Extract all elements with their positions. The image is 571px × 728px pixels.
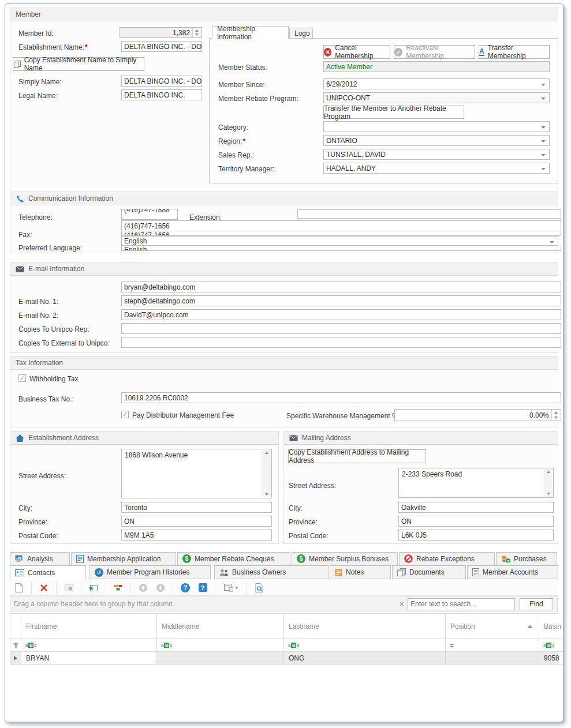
open-detached-button[interactable]	[87, 581, 100, 594]
mail-street-textarea[interactable]: 2-233 Speers Road	[398, 468, 554, 498]
tab-membership-application[interactable]: Membership Application	[71, 552, 176, 565]
dollar-icon: $	[297, 554, 305, 563]
grid-toolbar: ? ?	[10, 580, 558, 596]
preferred-language-editor-overlay[interactable]: English	[121, 236, 558, 246]
extension-field[interactable]	[297, 209, 561, 219]
fax-editor-overlay[interactable]: (416)747-1656	[121, 220, 561, 231]
est-city-field[interactable]: Toronto	[121, 502, 272, 513]
mailing-address-header: Mailing Address	[284, 431, 558, 445]
tab-business-owners[interactable]: Business Owners	[214, 565, 329, 579]
fax-field[interactable]: (416)747-1656	[121, 231, 561, 236]
grid-data-row[interactable]: BRYAN ONG 9058	[10, 652, 558, 665]
copies-unipco-rep-field[interactable]	[121, 323, 561, 334]
filter-cell-firstname[interactable]: aBc	[21, 639, 157, 652]
withholding-tax-checkbox[interactable]: ✓	[18, 374, 26, 382]
tab-contacts[interactable]: Contacts	[10, 565, 86, 580]
save-layout-dropdown-arrow[interactable]	[235, 587, 238, 589]
telephone-field[interactable]: (416)747-1888	[121, 209, 178, 220]
mail-city-field[interactable]: Oakville	[398, 502, 554, 513]
tab-member-accounts[interactable]: Member Accounts	[467, 565, 558, 579]
abc-filter-icon[interactable]: aBc	[288, 643, 299, 648]
warehouse-pct-spinner[interactable]	[551, 410, 560, 420]
group-by-panel[interactable]: Drag a column header here to group by th…	[10, 596, 558, 611]
filter-cell-lastname[interactable]: aBc	[284, 639, 446, 652]
est-street-textarea[interactable]: 1868 Wilson Avenue	[121, 449, 272, 498]
equals-filter-icon[interactable]: =	[450, 641, 454, 650]
business-tax-field[interactable]: 10619 2206 RC0002	[121, 392, 561, 403]
member-rebate-program-dropdown[interactable]: UNIPCO-ONT	[323, 92, 550, 103]
copies-external-field[interactable]	[121, 337, 561, 348]
copy-address-button[interactable]: Copy Establishment Address to Mailing Ad…	[288, 449, 426, 463]
preferred-language-field[interactable]: English	[121, 246, 561, 251]
cancel-membership-button[interactable]: ✕ Cancel Membership	[323, 45, 390, 59]
email-0-field[interactable]: bryan@deltabingo.com	[121, 282, 561, 292]
tab-purchases[interactable]: $ Purchases	[496, 552, 557, 565]
tab-rebate-exceptions[interactable]: Rebate Exceptions	[399, 552, 495, 565]
territory-manager-dropdown[interactable]: HADALL, ANDY	[323, 163, 550, 174]
layout-tiles-button[interactable]	[111, 581, 125, 594]
filter-cell-middlename[interactable]: aBc	[157, 639, 284, 652]
column-header-middlename[interactable]: Middlename	[157, 614, 284, 639]
reactivate-membership-button[interactable]: ✓ Reactivate Membership	[394, 45, 475, 59]
email-2-field[interactable]: DavidT@unipco.com	[121, 309, 561, 320]
delete-record-button[interactable]	[37, 581, 51, 594]
column-header-firstname[interactable]: Firstname	[21, 614, 157, 639]
column-header-business[interactable]: Busin	[539, 614, 563, 639]
establishment-name-field[interactable]: DELTA BINGO INC. - DOWNS	[121, 41, 202, 52]
transfer-membership-button[interactable]: A Transfer Membership	[479, 45, 550, 59]
tab-member-program-histories[interactable]: ↺ Member Program Histories	[89, 565, 211, 579]
cell-position[interactable]	[446, 652, 539, 665]
grid-filter-row[interactable]: aBc aBc aBc = aBc	[10, 639, 558, 652]
help-context-button[interactable]: ?	[196, 581, 210, 594]
est-postal-field[interactable]: M9M 1A5	[121, 530, 272, 541]
filter-cell-business[interactable]: aBc	[539, 639, 563, 652]
clear-search-icon[interactable]: ×	[396, 599, 408, 609]
tab-membership-information[interactable]: Membership Information	[212, 26, 289, 39]
tab-notes[interactable]: Notes	[330, 565, 391, 579]
mail-province-field[interactable]: ON	[398, 516, 554, 527]
help-button[interactable]: ?	[178, 581, 192, 594]
region-dropdown[interactable]: ONTARIO	[323, 135, 550, 146]
est-province-field[interactable]: ON	[121, 516, 272, 527]
simply-name-field[interactable]: DELTA BINGO INC. - DOWNS	[121, 76, 202, 87]
mail-postal-field[interactable]: L6K 0J5	[398, 530, 554, 541]
est-street-scrollbar[interactable]	[262, 450, 271, 497]
save-layout-button[interactable]	[221, 581, 241, 594]
email-1-field[interactable]: steph@deltabingo.com	[121, 295, 561, 306]
tab-analysis[interactable]: Analysis	[10, 552, 70, 565]
preview-button[interactable]	[252, 581, 266, 594]
cell-firstname[interactable]: BRYAN	[21, 652, 157, 665]
legal-name-field[interactable]: DELTA BINGO INC.	[121, 89, 202, 100]
abc-filter-icon[interactable]: aBc	[25, 643, 36, 648]
move-up-button[interactable]	[136, 581, 150, 594]
search-input[interactable]	[408, 598, 515, 610]
category-dropdown[interactable]	[323, 121, 550, 132]
member-id-field[interactable]: 1,382	[120, 27, 202, 38]
edit-window-button[interactable]	[62, 581, 76, 594]
new-record-button[interactable]	[12, 581, 26, 594]
transfer-rebate-program-button[interactable]: Transfer the Member to Another Rebate Pr…	[323, 106, 464, 119]
cell-business[interactable]: 9058	[539, 652, 563, 665]
column-header-lastname[interactable]: Lastname	[284, 614, 446, 639]
member-id-spinner[interactable]	[192, 28, 201, 37]
toolbar-separator	[130, 582, 131, 594]
member-since-dropdown[interactable]: 6/29/2012	[323, 78, 550, 89]
find-button[interactable]: Find	[520, 598, 553, 610]
filter-cell-position[interactable]: =	[446, 639, 539, 652]
tab-logo[interactable]: Logo	[289, 28, 313, 39]
sales-rep-dropdown[interactable]: TUNSTALL, DAVID	[323, 149, 550, 160]
warehouse-pct-field[interactable]: 0.00%	[394, 409, 561, 421]
est-postal-label: Postal Code:	[18, 532, 58, 540]
tab-documents[interactable]: Documents	[392, 565, 466, 579]
pay-distributor-checkbox[interactable]: ✓	[121, 411, 129, 418]
cell-lastname[interactable]: ONG	[284, 652, 446, 665]
abc-filter-icon[interactable]: aBc	[161, 643, 172, 648]
abc-filter-icon[interactable]: aBc	[543, 643, 554, 648]
copy-establishment-name-button[interactable]: Copy Establishment Name to Simply Name	[13, 57, 144, 71]
tab-member-surplus-bonuses[interactable]: $ Member Surplus Bonuses	[292, 552, 398, 565]
move-down-button[interactable]	[154, 581, 167, 594]
tab-member-rebate-cheques[interactable]: $ Member Rebate Cheques	[177, 552, 290, 565]
mail-street-scrollbar[interactable]	[544, 469, 553, 497]
cell-middlename[interactable]	[157, 652, 284, 665]
column-header-position[interactable]: Position	[446, 614, 539, 639]
